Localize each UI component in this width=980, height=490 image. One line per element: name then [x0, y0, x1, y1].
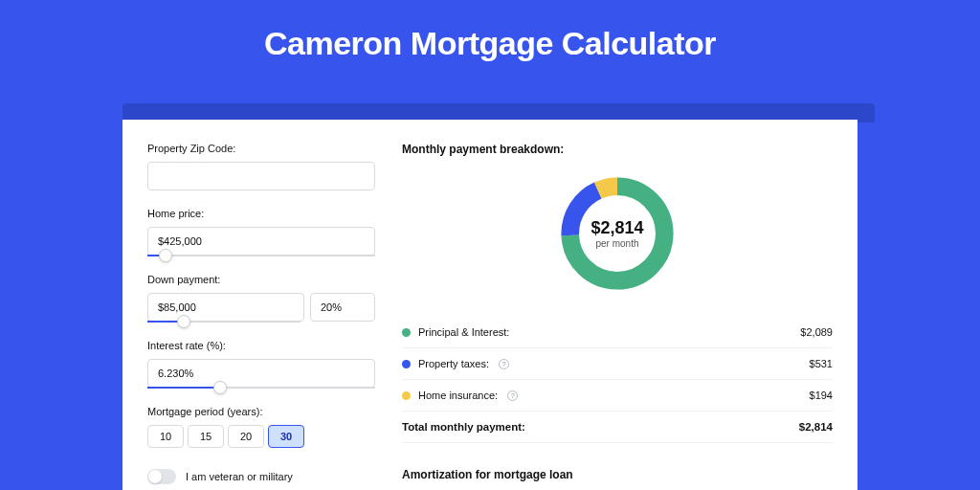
- legend-value: $2,089: [800, 326, 833, 338]
- total-value: $2,814: [799, 421, 833, 433]
- period-label: Mortgage period (years):: [147, 406, 375, 417]
- amortization-title: Amortization for mortgage loan: [402, 468, 833, 481]
- period-field: Mortgage period (years): 10152030: [147, 406, 375, 448]
- donut-chart-wrap: $2,814 per month: [402, 171, 833, 296]
- period-button[interactable]: 20: [228, 425, 264, 448]
- legend-value: $194: [810, 390, 833, 401]
- down-amount-input[interactable]: [147, 293, 304, 322]
- zip-label: Property Zip Code:: [147, 143, 375, 154]
- legend-row: Principal & Interest:$2,089: [402, 317, 833, 348]
- donut-chart: $2,814 per month: [555, 171, 679, 296]
- price-field: Home price:: [147, 208, 375, 256]
- legend-label: Property taxes:: [418, 358, 489, 369]
- veteran-toggle[interactable]: [147, 469, 176, 484]
- price-slider[interactable]: [147, 255, 375, 256]
- total-row: Total monthly payment: $2,814: [402, 412, 833, 443]
- breakdown-title: Monthly payment breakdown:: [402, 143, 833, 156]
- veteran-row: I am veteran or military: [147, 469, 375, 484]
- form-column: Property Zip Code: Home price: Down paym…: [147, 143, 375, 479]
- down-field: Down payment:: [147, 274, 375, 323]
- info-icon[interactable]: ?: [507, 390, 518, 401]
- breakdown-column: Monthly payment breakdown: $2,814 per mo…: [402, 143, 833, 479]
- legend-row: Home insurance:?$194: [402, 380, 833, 412]
- rate-slider[interactable]: [147, 387, 375, 389]
- period-button[interactable]: 30: [268, 425, 304, 448]
- down-slider[interactable]: [147, 321, 301, 323]
- page-title: Cameron Mortgage Calculator: [0, 0, 980, 83]
- legend-row: Property taxes:?$531: [402, 348, 833, 380]
- legend-dot-icon: [402, 360, 411, 368]
- down-slider-thumb[interactable]: [177, 315, 190, 328]
- legend-list: Principal & Interest:$2,089Property taxe…: [402, 317, 833, 412]
- price-slider-thumb[interactable]: [159, 249, 172, 262]
- donut-sub-label: per month: [595, 238, 638, 249]
- down-percent-input[interactable]: [310, 293, 375, 322]
- rate-label: Interest rate (%):: [147, 340, 375, 351]
- legend-label: Principal & Interest:: [418, 326, 509, 338]
- toggle-knob: [148, 470, 162, 483]
- zip-input[interactable]: [147, 162, 375, 190]
- legend-label: Home insurance:: [418, 390, 498, 401]
- legend-dot-icon: [402, 391, 411, 400]
- rate-field: Interest rate (%):: [147, 340, 375, 389]
- legend-dot-icon: [402, 328, 411, 337]
- zip-field: Property Zip Code:: [147, 143, 375, 190]
- info-icon[interactable]: ?: [499, 359, 509, 369]
- donut-total-value: $2,814: [590, 218, 643, 238]
- calculator-card: Property Zip Code: Home price: Down paym…: [122, 120, 858, 490]
- price-label: Home price:: [147, 208, 375, 219]
- veteran-label: I am veteran or military: [186, 471, 293, 482]
- price-input[interactable]: [147, 227, 375, 256]
- total-label: Total monthly payment:: [402, 421, 525, 433]
- period-button[interactable]: 15: [188, 425, 224, 448]
- down-label: Down payment:: [147, 274, 375, 285]
- rate-slider-thumb[interactable]: [213, 381, 227, 394]
- rate-input[interactable]: [147, 359, 375, 388]
- period-button[interactable]: 10: [147, 425, 184, 448]
- legend-value: $531: [810, 358, 833, 369]
